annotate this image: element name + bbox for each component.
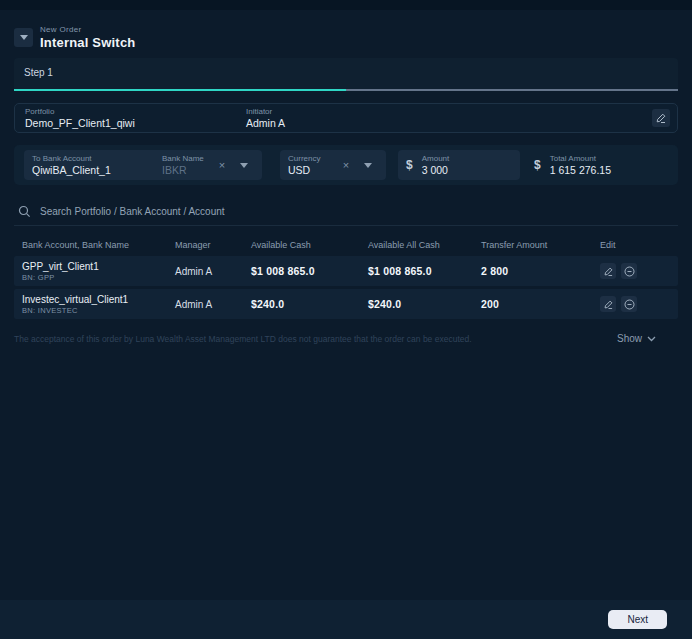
footer-bar: Next xyxy=(0,600,692,639)
dollar-icon: $ xyxy=(534,158,541,172)
available-all-cash-cell: $240.0 xyxy=(368,298,481,310)
bank-account-cell: GPP_virt_Client1 BN: GPP xyxy=(22,261,175,282)
chevron-down-icon xyxy=(647,336,656,342)
minus-circle-icon xyxy=(624,299,635,310)
available-cash-cell: $240.0 xyxy=(251,298,368,310)
pencil-icon xyxy=(656,113,666,123)
portfolio-value: Demo_PF_Client1_qiwi xyxy=(25,117,246,129)
bank-name-clear-icon[interactable]: × xyxy=(212,150,232,180)
amount-field-group[interactable]: $ Amount 3 000 xyxy=(398,150,520,180)
total-amount-value: 1 615 276.15 xyxy=(550,164,611,176)
table-row[interactable]: GPP_virt_Client1 BN: GPP Admin A $1 008 … xyxy=(14,256,678,286)
step-indicator: Step 1 xyxy=(14,58,678,91)
total-amount-field: $ Total Amount 1 615 276.15 xyxy=(534,154,611,176)
step-label: Step 1 xyxy=(24,67,53,78)
column-header-transfer-amount: Transfer Amount xyxy=(481,240,600,250)
to-bank-account-label: To Bank Account xyxy=(32,154,162,164)
available-cash-cell: $1 008 865.0 xyxy=(251,265,368,277)
currency-field[interactable]: Currency USD xyxy=(288,154,336,176)
initiator-value: Admin A xyxy=(246,117,652,129)
pencil-icon xyxy=(604,300,613,309)
order-info-panel: Portfolio Demo_PF_Client1_qiwi Initiator… xyxy=(14,103,678,133)
amount-label: Amount xyxy=(422,154,450,164)
table-header: Bank Account, Bank Name Manager Availabl… xyxy=(14,234,678,256)
pencil-icon xyxy=(604,267,613,276)
transfer-form: To Bank Account QiwiBA_Client_1 Bank Nam… xyxy=(14,145,678,185)
total-amount-label: Total Amount xyxy=(550,154,611,164)
account-name: Investec_virtual_Client1 xyxy=(22,294,175,305)
initiator-label: Initiator xyxy=(246,107,652,117)
column-header-edit: Edit xyxy=(600,240,678,250)
amount-field: Amount 3 000 xyxy=(422,154,450,176)
to-bank-account-value: QiwiBA_Client_1 xyxy=(32,164,162,176)
edit-row-button[interactable] xyxy=(600,263,616,279)
manager-cell: Admin A xyxy=(175,299,251,310)
currency-dropdown-icon[interactable] xyxy=(356,163,380,168)
main-content: New Order Internal Switch Step 1 Portfol… xyxy=(0,10,692,600)
to-bank-account-field[interactable]: To Bank Account QiwiBA_Client_1 xyxy=(32,154,162,176)
transfer-amount-cell: 200 xyxy=(481,298,600,310)
order-type-label: New Order xyxy=(40,25,135,34)
edit-cell xyxy=(600,263,678,279)
column-header-available-all-cash: Available All Cash xyxy=(368,240,481,250)
bank-name-field[interactable]: Bank Name IBKR xyxy=(162,154,212,176)
remove-row-button[interactable] xyxy=(621,263,637,279)
table-row[interactable]: Investec_virtual_Client1 BN: INVESTEC Ad… xyxy=(14,289,678,319)
remove-row-button[interactable] xyxy=(621,296,637,312)
show-toggle[interactable]: Show xyxy=(617,333,656,344)
accounts-table: Bank Account, Bank Name Manager Availabl… xyxy=(14,234,678,319)
total-amount-block: Total Amount 1 615 276.15 xyxy=(550,154,611,176)
currency-value: USD xyxy=(288,164,336,176)
show-label: Show xyxy=(617,333,642,344)
chevron-down-icon xyxy=(20,35,28,40)
edit-row-button[interactable] xyxy=(600,296,616,312)
available-all-cash-cell: $1 008 865.0 xyxy=(368,265,481,277)
minus-circle-icon xyxy=(624,266,635,277)
page-header: New Order Internal Switch xyxy=(14,25,678,50)
bank-name-dropdown-icon[interactable] xyxy=(232,163,256,168)
disclaimer-text: The acceptance of this order by Luna Wea… xyxy=(14,334,472,344)
transfer-amount-cell: 2 800 xyxy=(481,265,600,277)
column-header-manager: Manager xyxy=(175,240,251,250)
account-name: GPP_virt_Client1 xyxy=(22,261,175,272)
bank-name-value: IBKR xyxy=(162,164,212,176)
order-type-collapse-button[interactable] xyxy=(14,28,33,47)
search-input[interactable] xyxy=(40,206,676,217)
column-header-bank-account: Bank Account, Bank Name xyxy=(22,240,175,250)
currency-field-group: Currency USD × xyxy=(280,150,386,180)
portfolio-label: Portfolio xyxy=(25,107,246,117)
bank-account-cell: Investec_virtual_Client1 BN: INVESTEC xyxy=(22,294,175,315)
column-header-available-cash: Available Cash xyxy=(251,240,368,250)
bank-name: BN: GPP xyxy=(22,273,175,282)
bank-name-label: Bank Name xyxy=(162,154,212,164)
amount-value: 3 000 xyxy=(422,164,450,176)
currency-label: Currency xyxy=(288,154,336,164)
edit-order-info-button[interactable] xyxy=(652,109,670,127)
manager-cell: Admin A xyxy=(175,266,251,277)
page-title: Internal Switch xyxy=(40,35,135,50)
initiator-field: Initiator Admin A xyxy=(246,107,652,129)
note-row: The acceptance of this order by Luna Wea… xyxy=(14,333,678,344)
next-button[interactable]: Next xyxy=(608,610,667,629)
title-block: New Order Internal Switch xyxy=(40,25,135,50)
search-icon xyxy=(18,205,31,218)
top-bar xyxy=(0,0,692,10)
search-bar xyxy=(14,201,678,226)
edit-cell xyxy=(600,296,678,312)
bank-account-field-group: To Bank Account QiwiBA_Client_1 Bank Nam… xyxy=(24,150,262,180)
bank-name: BN: INVESTEC xyxy=(22,306,175,315)
portfolio-field: Portfolio Demo_PF_Client1_qiwi xyxy=(25,107,246,129)
dollar-icon: $ xyxy=(406,158,413,172)
currency-clear-icon[interactable]: × xyxy=(336,150,356,180)
